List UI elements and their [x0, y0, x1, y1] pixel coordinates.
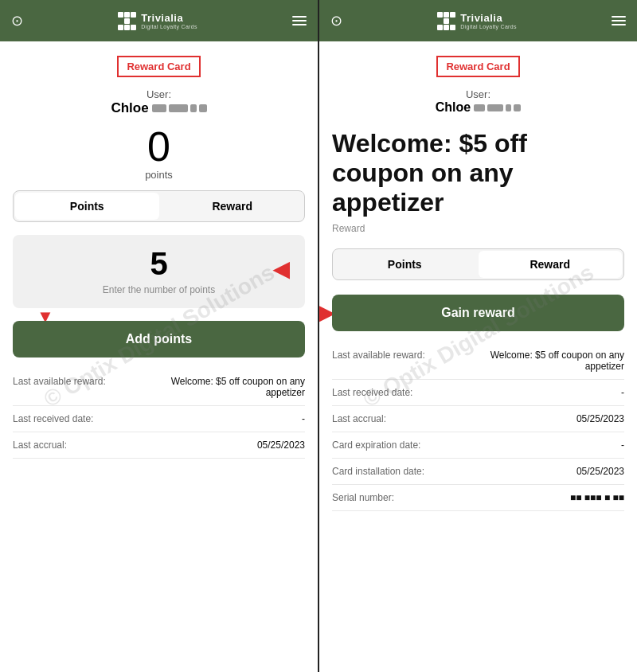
info-label: Last accrual: [13, 440, 67, 451]
logo-grid-right [437, 12, 455, 30]
reward-card-badge-left: Reward Card [117, 56, 200, 77]
tab-points-left[interactable]: Points [15, 193, 159, 220]
menu-line [612, 24, 626, 25]
points-input-area: 5 Enter the number of points ◀ [13, 235, 305, 308]
logo-right: Trivialia Digital Loyalty Cards [437, 12, 517, 30]
info-value: Welcome: $5 off coupon on any appetizer [463, 350, 624, 372]
dot-1 [474, 104, 485, 111]
camera-icon-right[interactable]: ⊙ [330, 12, 342, 29]
app-name-left: Trivialia [141, 12, 197, 24]
info-row: Card expiration date: - [332, 432, 624, 459]
camera-icon-left[interactable]: ⊙ [11, 12, 23, 29]
logo-cell [131, 18, 136, 24]
info-value: - [621, 387, 624, 398]
welcome-message: Welcome: $5 off coupon on any appetizer [319, 119, 637, 220]
logo-text-right: Trivialia Digital Loyalty Cards [460, 12, 517, 29]
info-value: ■■ ■■■ ■ ■■ [570, 492, 624, 503]
reward-sublabel: Reward [319, 220, 637, 240]
info-label: Last accrual: [332, 413, 386, 424]
logo-cell [118, 18, 123, 24]
app-name-right: Trivialia [460, 12, 517, 24]
logo-cell [444, 18, 449, 24]
gain-reward-wrapper: ▶ Gain reward [332, 295, 624, 331]
menu-line [292, 24, 307, 25]
points-label-left: points [0, 169, 318, 181]
info-row: Last accrual: 05/25/2023 [332, 406, 624, 432]
info-label: Last received date: [13, 413, 93, 424]
logo-cell [118, 25, 123, 30]
logo-cell [450, 18, 455, 24]
info-label: Card installation date: [332, 466, 424, 477]
logo-cell [444, 12, 449, 18]
menu-icon-right[interactable] [612, 16, 626, 25]
right-header: ⊙ Trivialia Digital Loyalty Cards [319, 0, 637, 41]
user-section-left: User: Chloe [0, 80, 318, 121]
dot-2 [487, 104, 503, 111]
menu-line [292, 20, 307, 21]
arrow-to-input: ◀ [273, 257, 289, 282]
logo-cell [444, 25, 449, 30]
menu-line [612, 20, 626, 21]
info-value: 05/25/2023 [576, 466, 624, 477]
points-display-left: 0 points [0, 121, 318, 182]
info-row: Last received date: - [13, 406, 305, 432]
add-points-button[interactable]: Add points [13, 321, 305, 357]
left-panel: ⊙ Trivialia Digital Loyalty Cards [0, 0, 318, 672]
tab-points-right[interactable]: Points [333, 249, 477, 279]
right-panel: ⊙ Trivialia Digital Loyalty Cards [318, 0, 637, 672]
info-row: Last available reward: Welcome: $5 off c… [13, 369, 305, 406]
logo-cell [124, 18, 130, 24]
info-label: Serial number: [332, 492, 394, 503]
user-label-left: User: [13, 88, 305, 100]
info-row: Last available reward: Welcome: $5 off c… [332, 342, 624, 380]
user-section-right: User: Chloe [319, 80, 637, 119]
logo-text-left: Trivialia Digital Loyalty Cards [141, 12, 197, 29]
dot-2 [169, 104, 188, 112]
info-value: 05/25/2023 [257, 440, 305, 451]
info-row: Last accrual: 05/25/2023 [13, 432, 305, 459]
gain-reward-button[interactable]: Gain reward [332, 295, 624, 331]
info-value: - [302, 413, 305, 424]
info-label: Last received date: [332, 387, 412, 398]
app-tagline-right: Digital Loyalty Cards [460, 24, 517, 29]
logo-cell [131, 25, 136, 30]
logo-cell [118, 12, 123, 18]
logo-cell [124, 12, 130, 18]
dot-4 [514, 104, 521, 111]
user-dots-left [152, 104, 207, 112]
logo-cell [450, 12, 455, 18]
dot-4 [199, 104, 207, 112]
info-row: Serial number: ■■ ■■■ ■ ■■ [332, 485, 624, 511]
logo-cell [124, 25, 130, 30]
user-name-left: Chloe [13, 100, 305, 116]
user-label-right: User: [332, 88, 624, 100]
info-label: Card expiration date: [332, 440, 420, 451]
tab-reward-right[interactable]: Reward [479, 251, 623, 278]
reward-card-badge-wrapper-left: Reward Card [0, 41, 318, 80]
dot-3 [190, 104, 197, 112]
dot-1 [152, 104, 166, 112]
logo-cell [450, 25, 455, 30]
dot-3 [506, 104, 511, 111]
app-tagline-left: Digital Loyalty Cards [141, 24, 197, 29]
tab-selector-left: Points Reward [13, 190, 305, 222]
tab-reward-left[interactable]: Reward [161, 191, 305, 221]
info-row: Card installation date: 05/25/2023 [332, 459, 624, 485]
logo-left: Trivialia Digital Loyalty Cards [118, 12, 197, 30]
info-rows-left: Last available reward: Welcome: $5 off c… [0, 369, 318, 672]
menu-icon-left[interactable] [292, 16, 307, 25]
logo-cell [437, 25, 443, 30]
info-label: Last available reward: [13, 376, 106, 398]
logo-cell [437, 18, 443, 24]
reward-card-badge-wrapper-right: Reward Card [319, 41, 637, 80]
menu-line [612, 16, 626, 18]
points-input-hint: Enter the number of points [25, 284, 292, 295]
info-row: Last received date: - [332, 380, 624, 406]
points-input-value[interactable]: 5 [25, 248, 292, 279]
info-rows-right: Last available reward: Welcome: $5 off c… [319, 342, 637, 672]
welcome-text: Welcome: $5 off coupon on any appetizer [332, 129, 624, 217]
info-label: Last available reward: [332, 350, 425, 372]
points-number-left: 0 [0, 126, 318, 167]
tab-selector-right: Points Reward [332, 248, 624, 280]
logo-grid-left [118, 12, 136, 30]
